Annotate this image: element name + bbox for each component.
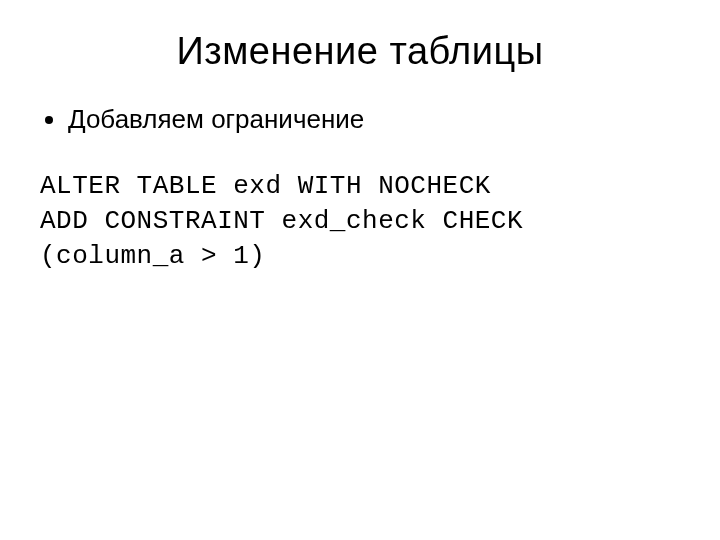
code-line: ALTER TABLE exd WITH NOCHECK <box>40 171 491 201</box>
code-line: (column_a > 1) <box>40 241 265 271</box>
code-block: ALTER TABLE exd WITH NOCHECK ADD CONSTRA… <box>40 169 680 274</box>
slide-title: Изменение таблицы <box>40 30 680 73</box>
bullet-item: Добавляем ограничение <box>68 103 680 137</box>
slide: Изменение таблицы Добавляем ограничение … <box>0 0 720 540</box>
code-line: ADD CONSTRAINT exd_check CHECK <box>40 206 523 236</box>
bullet-list: Добавляем ограничение <box>40 103 680 137</box>
